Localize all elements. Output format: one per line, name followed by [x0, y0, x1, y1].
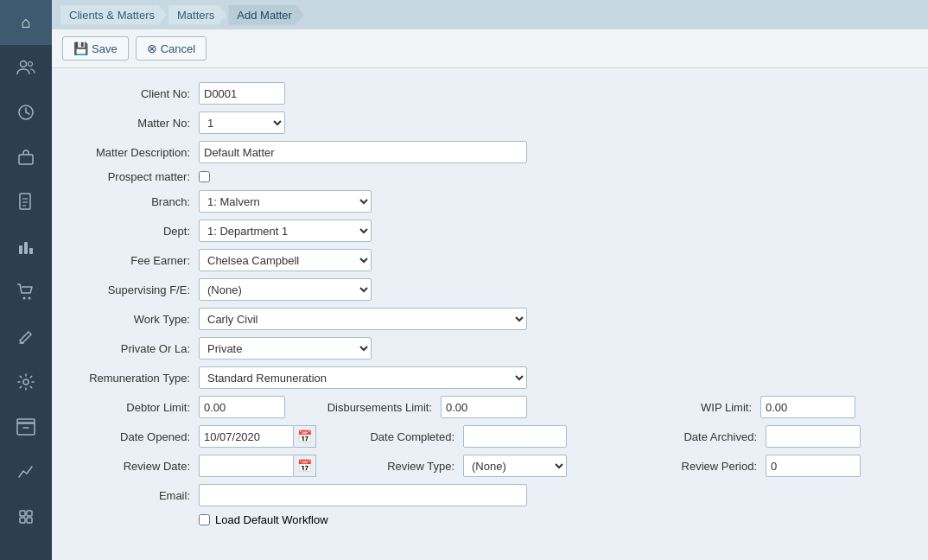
review-period-input[interactable] — [766, 455, 861, 477]
review-date-calendar-icon[interactable]: 📅 — [294, 455, 316, 477]
cancel-button[interactable]: ⊗ Cancel — [136, 36, 207, 60]
fee-earner-label: Fee Earner: — [69, 254, 199, 267]
client-no-label: Client No: — [69, 87, 199, 100]
svg-point-1 — [29, 62, 33, 67]
date-opened-calendar-icon[interactable]: 📅 — [294, 425, 316, 448]
remuneration-label: Remuneration Type: — [69, 372, 199, 385]
svg-rect-15 — [17, 419, 35, 423]
date-archived-input[interactable] — [766, 425, 861, 448]
matter-desc-label: Matter Description: — [69, 146, 199, 159]
date-opened-input[interactable] — [199, 425, 294, 448]
svg-rect-9 — [24, 242, 28, 254]
matter-desc-row: Matter Description: — [69, 141, 911, 163]
client-no-input[interactable] — [199, 82, 285, 105]
archive-icon[interactable] — [0, 404, 52, 449]
review-type-label: Review Type: — [334, 460, 463, 473]
private-la-select[interactable]: Private Legal Aid — [199, 337, 372, 360]
toolbar: 💾 Save ⊗ Cancel — [52, 29, 928, 68]
wip-limit-input[interactable] — [760, 396, 855, 418]
svg-rect-4 — [20, 194, 30, 209]
remuneration-select[interactable]: Standard Remuneration (None) — [199, 366, 527, 389]
debtor-limit-input[interactable] — [199, 396, 285, 418]
email-row: Email: — [69, 484, 911, 506]
review-date-label: Review Date: — [69, 460, 199, 473]
date-archived-label: Date Archived: — [653, 430, 766, 443]
matter-no-label: Matter No: — [69, 117, 199, 130]
svg-rect-18 — [27, 511, 32, 516]
clock-icon[interactable] — [0, 90, 52, 135]
breadcrumb: Clients & Matters Matters Add Matter — [52, 0, 928, 29]
svg-rect-20 — [27, 518, 32, 523]
branch-label: Branch: — [69, 195, 199, 208]
work-type-select[interactable]: Carly Civil (None) — [199, 308, 527, 330]
chart-icon[interactable] — [0, 225, 52, 270]
review-type-select[interactable]: (None) Annual Monthly — [463, 455, 567, 477]
work-type-row: Work Type: Carly Civil (None) — [69, 308, 911, 330]
dept-row: Dept: 1: Department 1 2: Department 2 — [69, 220, 911, 242]
email-label: Email: — [69, 489, 199, 502]
matter-no-row: Matter No: 1 — [69, 111, 911, 134]
prospect-label: Prospect matter: — [69, 170, 199, 183]
dates-row-1: Date Opened: 📅 Date Completed: Date Arch… — [69, 425, 911, 448]
client-no-row: Client No: — [69, 82, 911, 105]
review-date-input[interactable] — [199, 455, 294, 477]
fee-earner-row: Fee Earner: Chelsea Campbell (None) — [69, 249, 911, 271]
svg-rect-17 — [20, 511, 25, 516]
document-icon[interactable] — [0, 180, 52, 225]
date-completed-input[interactable] — [463, 425, 567, 448]
sidebar: ⌂ — [0, 0, 52, 560]
svg-point-13 — [23, 379, 29, 385]
load-workflow-label: Load Default Workflow — [215, 513, 328, 526]
matter-desc-input[interactable] — [199, 141, 527, 163]
dates-row-2: Review Date: 📅 Review Type: (None) Annua… — [69, 455, 911, 477]
svg-rect-8 — [19, 245, 22, 254]
breadcrumb-clients-matters[interactable]: Clients & Matters — [60, 5, 167, 25]
supervising-select[interactable]: (None) Chelsea Campbell — [199, 278, 372, 301]
disbursements-limit-input[interactable] — [441, 396, 527, 418]
limits-row: Debtor Limit: Disbursements Limit: WIP L… — [69, 396, 911, 418]
briefcase-icon[interactable] — [0, 135, 52, 180]
svg-rect-19 — [20, 518, 25, 523]
private-la-label: Private Or La: — [69, 342, 199, 355]
plugin-icon[interactable] — [0, 494, 52, 539]
save-button[interactable]: 💾 Save — [62, 36, 129, 60]
supervising-label: Supervising F/E: — [69, 283, 199, 296]
load-workflow-checkbox[interactable] — [199, 514, 210, 525]
settings-icon[interactable] — [0, 360, 52, 404]
cancel-icon: ⊗ — [147, 41, 157, 55]
remuneration-row: Remuneration Type: Standard Remuneration… — [69, 366, 911, 389]
svg-point-11 — [23, 297, 26, 300]
review-period-label: Review Period: — [653, 460, 766, 473]
form-area: Client No: Matter No: 1 Matter Descripti… — [52, 68, 928, 560]
supervising-row: Supervising F/E: (None) Chelsea Campbell — [69, 278, 911, 301]
home-icon[interactable]: ⌂ — [0, 0, 52, 45]
dept-label: Dept: — [69, 225, 199, 238]
branch-row: Branch: 1: Malvern 2: City 3: North — [69, 190, 911, 213]
breadcrumb-matters[interactable]: Matters — [168, 5, 226, 25]
svg-rect-14 — [17, 423, 35, 435]
save-icon: 💾 — [73, 41, 88, 55]
disbursements-limit-label: Disbursements Limit: — [302, 401, 441, 414]
private-la-row: Private Or La: Private Legal Aid — [69, 337, 911, 360]
work-type-label: Work Type: — [69, 313, 199, 326]
breadcrumb-add-matter[interactable]: Add Matter — [228, 5, 304, 25]
dept-select[interactable]: 1: Department 1 2: Department 2 — [199, 220, 372, 242]
date-opened-label: Date Opened: — [69, 430, 199, 443]
email-input[interactable] — [199, 484, 527, 506]
cart-icon[interactable] — [0, 270, 52, 315]
branch-select[interactable]: 1: Malvern 2: City 3: North — [199, 190, 372, 213]
graph-icon[interactable] — [0, 449, 52, 494]
matter-no-select[interactable]: 1 — [199, 111, 285, 134]
svg-rect-10 — [29, 248, 33, 254]
main-content: Clients & Matters Matters Add Matter 💾 S… — [52, 0, 928, 560]
wip-limit-label: WIP Limit: — [657, 401, 760, 414]
prospect-checkbox[interactable] — [199, 171, 210, 182]
svg-rect-3 — [19, 155, 33, 164]
date-completed-label: Date Completed: — [334, 430, 463, 443]
fee-earner-select[interactable]: Chelsea Campbell (None) — [199, 249, 372, 271]
prospect-row: Prospect matter: — [69, 170, 911, 183]
signing-icon[interactable] — [0, 315, 52, 360]
users-icon[interactable] — [0, 45, 52, 90]
workflow-row: Load Default Workflow — [199, 513, 911, 526]
debtor-limit-label: Debtor Limit: — [69, 401, 199, 414]
